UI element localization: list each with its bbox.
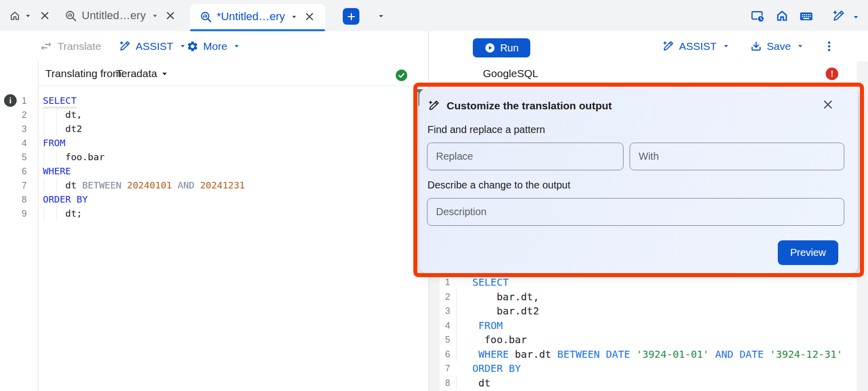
source-sql-editor[interactable]: 1SELECT2 dt,3 dt24FROM5 foo.bar6WHERE7 d…: [0, 86, 427, 391]
code-line: 5 foo.bar: [428, 333, 856, 347]
code-line: 5 foo.bar: [0, 150, 427, 164]
code-text: foo.bar: [38, 150, 427, 164]
chevron-down-icon: [178, 41, 188, 51]
code-text: SELECT: [454, 275, 856, 290]
chevron-down-icon: [232, 41, 241, 51]
code-token: [764, 348, 770, 360]
line-number: 7: [428, 361, 450, 376]
code-line: 3 bar.dt2: [428, 304, 856, 318]
line-number: 6: [0, 164, 27, 178]
preview-button[interactable]: Preview: [778, 240, 838, 265]
pen-sparkle-icon: [427, 99, 440, 112]
code-token: AND: [177, 180, 200, 190]
bigquery-translation-page: Untitled…ery *Untitled…ery Translate ASS…: [0, 0, 868, 391]
with-input[interactable]: [630, 143, 844, 170]
home-tab-close-icon[interactable]: [39, 10, 51, 22]
code-token: DATE: [606, 348, 630, 360]
code-line: 7 dt BETWEEN 20240101 AND 20241231: [0, 178, 427, 192]
code-text: dt,: [38, 108, 427, 122]
code-token: bar.dt: [509, 348, 557, 360]
error-badge-icon[interactable]: !: [826, 68, 838, 80]
code-token: [472, 348, 478, 360]
line-number: 1: [428, 275, 450, 290]
code-line: 1SELECT: [0, 94, 427, 108]
assist-dropdown-button[interactable]: ASSIST: [118, 31, 188, 61]
code-token: ORDER BY: [43, 194, 88, 205]
line-number: 5: [0, 150, 27, 164]
tab-label: *Untitled…ery: [217, 10, 285, 23]
plus-icon: [346, 12, 356, 22]
swap-arrows-icon: [39, 39, 53, 53]
code-token: DATE: [739, 348, 764, 360]
pen-sparkle-icon: [118, 40, 131, 52]
code-line: 3 dt2: [0, 122, 427, 136]
replace-input[interactable]: [427, 143, 624, 170]
tab-menu-caret-icon[interactable]: [150, 11, 160, 21]
assist-caret-icon[interactable]: [851, 12, 861, 22]
tab-menu-caret-icon[interactable]: [289, 12, 299, 22]
code-token: foo.bar: [43, 152, 105, 162]
translate-button[interactable]: Translate: [39, 31, 101, 61]
tab-overflow-caret-icon[interactable]: [376, 11, 386, 21]
code-line: 9 dt;: [0, 207, 427, 221]
save-icon: [750, 40, 762, 52]
code-token: BETWEEN: [557, 348, 600, 360]
save-dropdown-button[interactable]: Save: [750, 31, 805, 61]
line-number: 3: [0, 122, 27, 136]
chevron-down-icon: [159, 69, 170, 79]
code-text: foo.bar: [454, 333, 856, 347]
code-token: 20241231: [200, 180, 245, 190]
line-number: 2: [0, 108, 27, 122]
tab-label: Untitled…ery: [82, 9, 146, 22]
run-label: Run: [500, 42, 519, 54]
source-dialect-dropdown[interactable]: Teradata: [116, 68, 170, 80]
home-tab-caret-icon[interactable]: [23, 11, 33, 21]
session-history-icon[interactable]: [751, 9, 765, 23]
new-tab-button[interactable]: [343, 8, 359, 25]
tab-close-icon[interactable]: [303, 11, 316, 23]
code-token: '3924-01-01': [636, 348, 709, 360]
code-text: SELECT: [38, 94, 427, 108]
output-dialect-bar: GoogleSQL !: [428, 61, 868, 86]
code-token: SELECT: [472, 276, 509, 288]
more-dropdown-button[interactable]: More: [187, 31, 241, 61]
line-number: 4: [0, 136, 27, 150]
code-line: 2 dt,: [0, 108, 427, 122]
home-icon[interactable]: [775, 9, 789, 23]
tab-close-icon[interactable]: [164, 10, 176, 22]
tab-active-untitled-query[interactable]: *Untitled…ery: [190, 4, 325, 29]
code-line: 8 dt: [428, 376, 856, 390]
code-token: dt: [472, 377, 490, 389]
keyboard-shortcuts-icon[interactable]: [799, 9, 814, 24]
assist-dropdown-button[interactable]: ASSIST: [662, 31, 731, 61]
info-icon[interactable]: i: [4, 94, 17, 107]
home-tab-icon[interactable]: [9, 10, 21, 22]
close-icon[interactable]: [821, 98, 835, 111]
run-button[interactable]: Run: [473, 38, 530, 57]
code-token: dt,: [43, 109, 82, 120]
output-scrollbar-track[interactable]: [857, 61, 868, 391]
code-token: SELECT: [43, 95, 77, 106]
code-text: dt BETWEEN 20240101 AND 20241231: [38, 178, 427, 192]
assist-label: ASSIST: [679, 40, 717, 52]
output-toolbar: Run ASSIST Save: [428, 31, 868, 62]
code-line: 6WHERE: [0, 164, 427, 178]
description-input[interactable]: [427, 198, 844, 226]
dialog-title: Customize the translation output: [447, 100, 612, 112]
customize-translation-dialog: Customize the translation output Find an…: [419, 89, 858, 273]
code-text: dt2: [38, 122, 427, 136]
code-token: WHERE: [43, 166, 71, 176]
tab-untitled-query[interactable]: Untitled…ery: [65, 0, 176, 31]
code-line: 6 WHERE bar.dt BETWEEN DATE '3924-01-01'…: [428, 347, 856, 362]
gemini-assist-icon[interactable]: [832, 9, 845, 23]
output-dialect-label: GoogleSQL: [483, 68, 538, 80]
code-token: BETWEEN: [82, 180, 127, 190]
code-text: WHERE bar.dt BETWEEN DATE '3924-01-01' A…: [454, 347, 856, 362]
code-token: FROM: [478, 319, 503, 332]
code-token: bar.dt2: [472, 305, 539, 317]
kebab-menu-icon[interactable]: [823, 40, 836, 53]
code-line: 2 bar.dt,: [428, 290, 856, 304]
query-tab-icon: [65, 10, 77, 22]
code-text: WHERE: [38, 164, 427, 178]
translate-label: Translate: [57, 40, 101, 52]
